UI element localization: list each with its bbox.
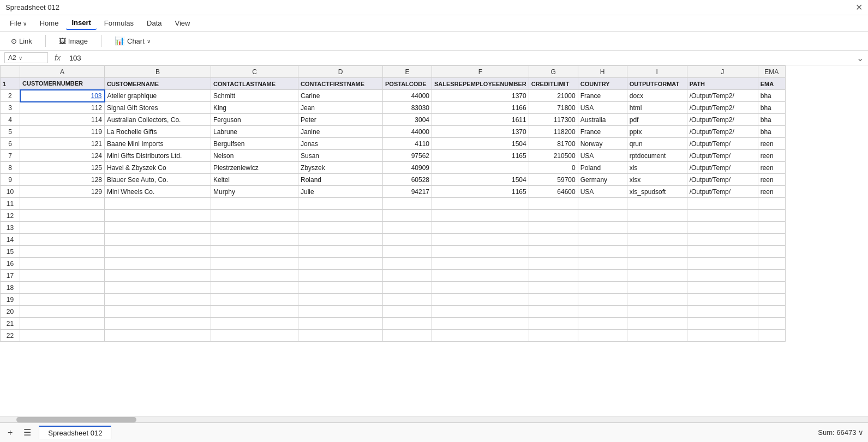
table-cell[interactable]: Signal Gift Stores	[105, 102, 211, 114]
empty-cell[interactable]	[105, 222, 211, 234]
header-d[interactable]: CONTACTFIRSTNAME	[298, 78, 383, 90]
header-j[interactable]: PATH	[687, 78, 758, 90]
empty-cell[interactable]	[627, 318, 687, 330]
header-h[interactable]: COUNTRY	[578, 78, 627, 90]
table-cell[interactable]: 129	[20, 186, 105, 198]
empty-cell[interactable]	[383, 330, 432, 342]
header-f[interactable]: SALESREPEMPLOYEENUMBER	[432, 78, 529, 90]
table-cell[interactable]: Susan	[298, 150, 383, 162]
empty-cell[interactable]	[298, 222, 383, 234]
table-cell[interactable]: xls	[627, 162, 687, 174]
table-cell[interactable]: Keitel	[211, 174, 298, 186]
empty-cell[interactable]	[105, 246, 211, 258]
table-cell[interactable]: 44000	[383, 126, 432, 138]
scrollbar-thumb[interactable]	[16, 417, 136, 422]
table-cell[interactable]: 94217	[383, 186, 432, 198]
empty-cell[interactable]	[529, 210, 578, 222]
empty-cell[interactable]	[105, 294, 211, 306]
empty-cell[interactable]	[20, 282, 105, 294]
col-header-f[interactable]: F	[432, 66, 529, 78]
col-header-h[interactable]: H	[578, 66, 627, 78]
table-cell[interactable]: 40909	[383, 162, 432, 174]
empty-cell[interactable]	[529, 330, 578, 342]
table-cell[interactable]: Bergulfsen	[211, 138, 298, 150]
table-cell[interactable]: 21000	[529, 90, 578, 102]
table-cell[interactable]: Australian Collectors, Co.	[105, 114, 211, 126]
link-button[interactable]: ⊙ Link	[7, 35, 37, 47]
table-cell[interactable]: /Output/Temp/	[687, 138, 758, 150]
empty-cell[interactable]	[578, 198, 627, 210]
table-cell[interactable]: reen	[758, 150, 785, 162]
empty-cell[interactable]	[627, 258, 687, 270]
empty-cell[interactable]	[211, 306, 298, 318]
menu-formulas[interactable]: Formulas	[99, 17, 139, 29]
sheet-menu-button[interactable]: ☰	[20, 426, 34, 439]
table-cell[interactable]: 210500	[529, 150, 578, 162]
empty-cell[interactable]	[758, 258, 785, 270]
empty-cell[interactable]	[432, 246, 529, 258]
table-cell[interactable]: pptx	[627, 126, 687, 138]
table-cell[interactable]: 1611	[432, 114, 529, 126]
empty-cell[interactable]	[211, 318, 298, 330]
menu-view[interactable]: View	[169, 17, 195, 29]
empty-cell[interactable]	[20, 294, 105, 306]
empty-cell[interactable]	[383, 234, 432, 246]
empty-cell[interactable]	[20, 246, 105, 258]
table-cell[interactable]: Mini Wheels Co.	[105, 186, 211, 198]
table-cell[interactable]: Carine	[298, 90, 383, 102]
empty-cell[interactable]	[20, 330, 105, 342]
table-cell[interactable]: /Output/Temp2/	[687, 114, 758, 126]
table-cell[interactable]: Zbyszek	[298, 162, 383, 174]
table-cell[interactable]: La Rochelle Gifts	[105, 126, 211, 138]
empty-cell[interactable]	[432, 234, 529, 246]
empty-cell[interactable]	[578, 294, 627, 306]
empty-cell[interactable]	[578, 282, 627, 294]
table-cell[interactable]: Ferguson	[211, 114, 298, 126]
table-cell[interactable]: 1504	[432, 174, 529, 186]
empty-cell[interactable]	[687, 270, 758, 282]
empty-cell[interactable]	[432, 282, 529, 294]
table-cell[interactable]: USA	[578, 150, 627, 162]
empty-cell[interactable]	[383, 306, 432, 318]
table-cell[interactable]: docx	[627, 90, 687, 102]
table-cell[interactable]: 119	[20, 126, 105, 138]
table-cell[interactable]: Baane Mini Imports	[105, 138, 211, 150]
header-b[interactable]: CUSTOMERNAME	[105, 78, 211, 90]
empty-cell[interactable]	[432, 198, 529, 210]
empty-cell[interactable]	[211, 246, 298, 258]
empty-cell[interactable]	[298, 270, 383, 282]
empty-cell[interactable]	[20, 234, 105, 246]
col-header-b[interactable]: B	[105, 66, 211, 78]
image-button[interactable]: 🖼 Image	[55, 35, 92, 47]
sheet-tab[interactable]: Spreadsheet 012	[39, 426, 111, 439]
empty-cell[interactable]	[758, 306, 785, 318]
table-cell[interactable]: rptdocument	[627, 150, 687, 162]
header-k[interactable]: EMA	[758, 78, 785, 90]
empty-cell[interactable]	[529, 318, 578, 330]
table-cell[interactable]: /Output/Temp2/	[687, 90, 758, 102]
horizontal-scrollbar[interactable]	[0, 416, 868, 422]
col-header-d[interactable]: D	[298, 66, 383, 78]
empty-cell[interactable]	[105, 270, 211, 282]
table-cell[interactable]: 0	[529, 162, 578, 174]
table-cell[interactable]: /Output/Temp/	[687, 186, 758, 198]
empty-cell[interactable]	[578, 318, 627, 330]
table-cell[interactable]: Atelier graphique	[105, 90, 211, 102]
empty-cell[interactable]	[432, 294, 529, 306]
table-cell[interactable]: reen	[758, 174, 785, 186]
table-cell[interactable]: Piestrzeniewicz	[211, 162, 298, 174]
table-cell[interactable]	[432, 162, 529, 174]
empty-cell[interactable]	[578, 270, 627, 282]
table-cell[interactable]: 121	[20, 138, 105, 150]
empty-cell[interactable]	[211, 258, 298, 270]
empty-cell[interactable]	[758, 282, 785, 294]
empty-cell[interactable]	[298, 198, 383, 210]
col-header-i[interactable]: I	[627, 66, 687, 78]
table-cell[interactable]: 3004	[383, 114, 432, 126]
empty-cell[interactable]	[432, 306, 529, 318]
col-header-k[interactable]: EMA	[758, 66, 785, 78]
table-cell[interactable]: 81700	[529, 138, 578, 150]
empty-cell[interactable]	[211, 282, 298, 294]
menu-data[interactable]: Data	[141, 17, 167, 29]
empty-cell[interactable]	[578, 330, 627, 342]
